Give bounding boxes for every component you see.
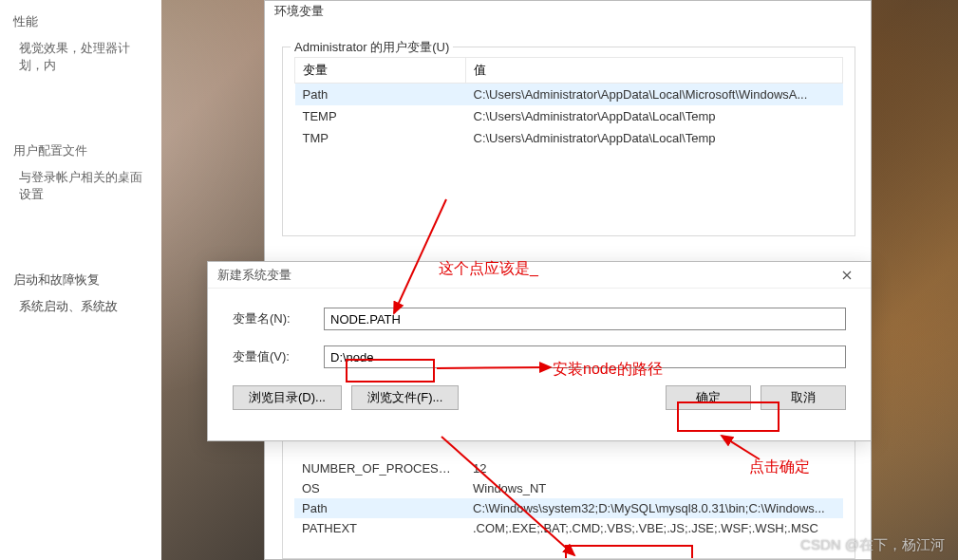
- user-vars-legend: Administrator 的用户变量(U): [291, 39, 453, 56]
- table-row[interactable]: TEMP C:\Users\Administrator\AppData\Loca…: [295, 105, 843, 127]
- close-icon[interactable]: [829, 264, 865, 287]
- table-row[interactable]: Path C:\Windows\system32;D:\MySQL\mysql8…: [294, 498, 843, 518]
- var-value-label: 变量值(V):: [233, 348, 324, 365]
- col-header-value[interactable]: 值: [466, 58, 843, 84]
- table-row[interactable]: TMP C:\Users\Administrator\AppData\Local…: [295, 127, 843, 149]
- table-row[interactable]: NUMBER_OF_PROCESSORS 12: [294, 458, 843, 478]
- new-variable-dialog: 新建系统变量 变量名(N): 变量值(V): 浏览目录(D)... 浏览文件(F…: [207, 261, 872, 441]
- var-name-input[interactable]: [324, 308, 846, 330]
- dialog-title: 新建系统变量: [217, 267, 829, 284]
- sys-vars-fieldset: NUMBER_OF_PROCESSORS 12 OS Windows_NT Pa…: [282, 439, 855, 559]
- table-row[interactable]: OS Windows_NT: [294, 478, 843, 498]
- browse-file-button[interactable]: 浏览文件(F)...: [351, 385, 459, 410]
- var-value-input[interactable]: [324, 345, 846, 368]
- user-vars-fieldset: Administrator 的用户变量(U) 变量 值 Path C:\User…: [282, 47, 855, 236]
- browse-dir-button[interactable]: 浏览目录(D)...: [233, 385, 342, 410]
- ok-button[interactable]: 确定: [666, 385, 751, 410]
- col-header-name[interactable]: 变量: [295, 58, 466, 84]
- table-row[interactable]: Path C:\Users\Administrator\AppData\Loca…: [295, 84, 843, 106]
- env-dialog-title: 环境变量: [274, 1, 324, 22]
- table-row[interactable]: PATHEXT .COM;.EXE;.BAT;.CMD;.VBS;.VBE;.J…: [294, 518, 843, 538]
- dialog-titlebar[interactable]: 新建系统变量: [208, 262, 871, 289]
- cancel-button[interactable]: 取消: [761, 385, 846, 410]
- sys-vars-table[interactable]: NUMBER_OF_PROCESSORS 12 OS Windows_NT Pa…: [294, 458, 843, 538]
- user-vars-table[interactable]: 变量 值 Path C:\Users\Administrator\AppData…: [294, 57, 843, 149]
- var-name-label: 变量名(N):: [233, 310, 324, 327]
